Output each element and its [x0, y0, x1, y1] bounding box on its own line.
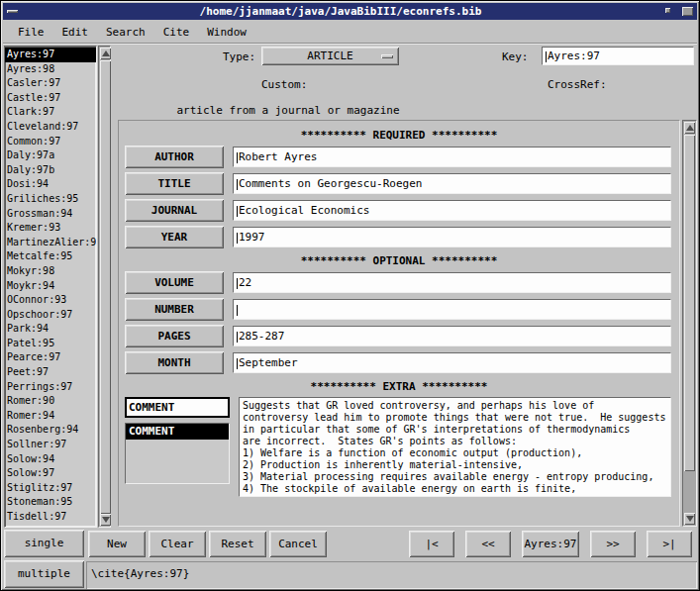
window-menu-button[interactable] [4, 5, 21, 18]
field-type-item[interactable]: COMMENT [126, 424, 229, 440]
nav-first-button[interactable]: |< [409, 531, 454, 557]
list-item[interactable]: Dosi:94 [5, 177, 96, 192]
extra-field-column: COMMENT COMMENT [125, 397, 230, 484]
list-item[interactable]: Sollner:97 [5, 438, 96, 452]
list-item[interactable]: Kremer:93 [5, 221, 96, 236]
scroll-up-icon[interactable] [100, 48, 111, 59]
form-scroll-up-icon[interactable] [684, 122, 695, 134]
maximize-button[interactable] [679, 5, 696, 18]
list-item[interactable]: Grossman:94 [5, 207, 96, 222]
field-input-year[interactable]: 1997 [233, 227, 671, 247]
new-button[interactable]: New [88, 531, 146, 557]
list-item[interactable]: Romer:94 [5, 409, 96, 424]
list-item[interactable]: OConnor:93 [5, 293, 96, 308]
list-item[interactable]: Opschoor:97 [5, 308, 96, 323]
form-scrollbar-thumb[interactable] [684, 135, 695, 471]
title-bar: /home/jjanmaat/java/JavaBibIII/econrefs.… [3, 3, 697, 20]
text-cursor [237, 152, 238, 163]
field-label-year: YEAR [125, 226, 224, 248]
list-item[interactable]: Moykr:94 [5, 279, 96, 294]
key-label: Key: [502, 50, 529, 63]
menu-edit[interactable]: Edit [53, 23, 98, 42]
list-item[interactable]: MartinezAlier:97 [5, 236, 96, 250]
key-input[interactable]: Ayres:97 [542, 47, 694, 65]
extra-field-name-input[interactable]: COMMENT [125, 397, 230, 418]
extra-section: COMMENT COMMENT Suggests that GR loved c… [125, 397, 671, 497]
reset-button[interactable]: Reset [209, 531, 266, 557]
nav-prev-button[interactable]: << [465, 531, 511, 557]
list-item[interactable]: Solow:97 [5, 466, 96, 481]
scroll-down-icon[interactable] [100, 514, 111, 526]
list-item[interactable]: Peet:97 [5, 365, 96, 380]
field-label-pages: PAGES [125, 325, 224, 347]
list-item[interactable]: Tisdell:97 [5, 510, 96, 525]
button-row-spacer [330, 531, 398, 557]
list-item[interactable]: Rosenberg:94 [5, 423, 96, 438]
window-menu-icon [7, 10, 18, 13]
list-item[interactable]: Solow:94 [5, 452, 96, 467]
field-input-month[interactable]: September [233, 352, 671, 373]
menu-search[interactable]: Search [97, 23, 154, 42]
action-buttons: NewClearResetCancel [88, 531, 330, 557]
field-input-journal[interactable]: Ecological Economics [233, 200, 671, 221]
reference-list: Ayres:97Ayres:98Casler:97Castle:97Clark:… [4, 46, 97, 528]
list-item[interactable]: Park:94 [5, 322, 96, 337]
list-scrollbar[interactable] [98, 46, 111, 528]
field-label-number: NUMBER [125, 298, 224, 321]
list-item[interactable]: Pearce:97 [5, 350, 96, 365]
list-item[interactable]: Stoneman:95 [5, 495, 96, 510]
menu-cite[interactable]: Cite [154, 23, 199, 42]
nav-current-button[interactable]: Ayres:97 [522, 531, 579, 557]
menu-bar: FileEditSearchCiteWindow [3, 21, 697, 44]
field-label-volume: VOLUME [125, 271, 224, 294]
list-item[interactable]: Patel:95 [5, 337, 96, 351]
cancel-button[interactable]: Cancel [269, 531, 327, 557]
menu-file[interactable]: File [9, 23, 53, 42]
comment-textarea[interactable]: Suggests that GR loved controversy, and … [239, 397, 671, 497]
application-window: /home/jjanmaat/java/JavaBibIII/econrefs.… [0, 0, 700, 591]
list-item[interactable]: Stiglitz:97 [5, 481, 96, 496]
field-label-journal: JOURNAL [125, 199, 224, 222]
optional-section-header: ********** OPTIONAL ********** [119, 254, 679, 267]
list-item[interactable]: Ayres:97 [5, 48, 96, 62]
nav-next-button[interactable]: >> [590, 531, 636, 557]
optional-fields: VOLUME22NUMBERPAGES285-287MONTHSeptember [119, 271, 679, 374]
field-label-title: TITLE [125, 172, 224, 195]
menu-window[interactable]: Window [198, 23, 255, 42]
maximize-icon [682, 7, 693, 16]
list-item[interactable]: Griliches:95 [5, 192, 96, 207]
list-item[interactable]: Daly:97b [5, 163, 96, 178]
list-item[interactable]: Perrings:97 [5, 380, 96, 395]
multiple-mode-button[interactable]: multiple [4, 560, 84, 588]
field-input-number[interactable] [233, 299, 671, 320]
list-item[interactable]: Mokyr:98 [5, 264, 96, 279]
list-item[interactable]: Common:97 [5, 135, 96, 149]
form-scrollbar[interactable] [682, 120, 697, 527]
list-item[interactable]: Clark:97 [5, 105, 96, 120]
field-input-volume[interactable]: 22 [233, 272, 671, 293]
list-item[interactable]: Ayres:98 [5, 62, 96, 77]
list-item[interactable]: Metcalfe:95 [5, 249, 96, 264]
list-item[interactable]: Casler:97 [5, 76, 96, 91]
text-cursor [237, 179, 238, 190]
required-fields: AUTHORRobert AyresTITLEComments on Georg… [119, 146, 679, 248]
extra-section-header: ********** EXTRA ********** [119, 380, 679, 393]
single-mode-button[interactable]: single [4, 530, 84, 557]
field-input-title[interactable]: Comments on Georgescu-Roegen [233, 173, 671, 194]
nav-last-button[interactable]: >| [647, 531, 692, 557]
field-input-author[interactable]: Robert Ayres [233, 147, 671, 167]
minimize-button[interactable] [660, 5, 677, 18]
clear-button[interactable]: Clear [149, 531, 206, 557]
field-label-author: AUTHOR [125, 146, 224, 168]
list-item[interactable]: Daly:97a [5, 148, 96, 163]
list-item[interactable]: Castle:97 [5, 91, 96, 106]
text-cursor [237, 278, 238, 289]
form-scroll-down-icon[interactable] [684, 513, 695, 525]
field-input-pages[interactable]: 285-287 [233, 326, 671, 346]
field-label-month: MONTH [125, 351, 224, 374]
type-dropdown[interactable]: ARTICLE [261, 47, 399, 65]
list-scrollbar-thumb[interactable] [100, 60, 111, 514]
list-item[interactable]: Cleveland:97 [5, 120, 96, 135]
field-type-list: COMMENT [125, 423, 230, 484]
list-item[interactable]: Romer:90 [5, 394, 96, 409]
